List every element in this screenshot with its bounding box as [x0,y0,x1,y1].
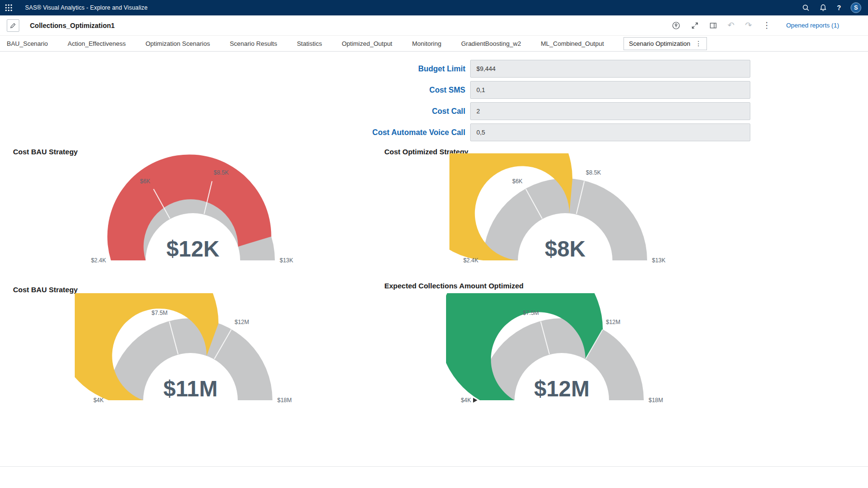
redo-icon[interactable]: ↷ [745,21,752,29]
gauge-marker-icon [473,398,477,403]
notifications-icon[interactable] [819,4,827,12]
prompt-row-cost-sms: Cost SMS [0,81,751,99]
tab-label: Scenario Results [230,40,277,47]
gauge-expected-collections-amount-optimized[interactable]: $7.5M$12M$4K$18M$12M [446,293,678,415]
prompt-label: Cost SMS [0,86,465,95]
tab-label: ML_Combined_Output [541,40,604,47]
gauge-min-label: $2.4K [463,257,478,264]
gauge-cost-optimized-strategy[interactable]: $6K$8.5K$2.4K$13K$8K [449,153,681,275]
gauge-tick-label: $7.5M [151,310,167,316]
cost-automate-voice-call-input[interactable] [470,123,750,141]
tab-label: Action_Effectiveness [68,40,125,47]
report-title: Collections_Optimization1 [30,22,115,29]
prompt-row-cost-automate-voice-call: Cost Automate Voice Call [0,123,751,141]
tab-label: Optimized_Output [342,40,393,47]
report-bar: Collections_Optimization1 ↶ ↷ ⋮ Opened r… [0,15,868,36]
report-actions: ↶ ↷ ⋮ Opened reports (1) [672,21,839,30]
gauge-tick-label: $12M [606,319,621,325]
help-icon[interactable]: ? [837,4,841,12]
gauge-max-label: $13K [652,257,665,264]
gauge-cost-bau-strategy-2[interactable]: $7.5M$12M$4K$18M$11M [75,293,306,415]
gauge-tick-label: $7.5M [523,310,539,316]
canvas-bottom-edge [0,466,868,467]
tab-monitoring[interactable]: Monitoring [412,40,441,47]
layout-icon[interactable] [709,22,717,29]
cost-sms-input[interactable] [470,81,750,99]
tab-menu-icon[interactable]: ⋮ [695,40,702,47]
app-bar: SAS® Visual Analytics - Explore and Visu… [0,0,868,15]
gauge-max-label: $18M [649,397,663,404]
undo-icon[interactable]: ↶ [728,21,734,29]
tab-label: BAU_Scenario [7,40,48,47]
gauge-max-label: $18M [277,397,292,404]
tab-ml-combined-output[interactable]: ML_Combined_Output [541,40,604,47]
app-launcher-icon[interactable] [5,4,13,12]
tab-gradientboosting-w2[interactable]: GradientBoosting_w2 [461,40,521,47]
tab-scenario-optimization[interactable]: Scenario Optimization⋮ [624,37,707,50]
gauge-min-label: $2.4K [91,257,106,264]
tab-label: Scenario Optimization [629,40,690,47]
gauge-tick-label: $8.5K [586,169,601,176]
tab-bau-scenario[interactable]: BAU_Scenario [7,40,48,47]
tab-label: Optimization Scenarios [146,40,210,47]
budget-limit-input[interactable] [470,60,750,78]
chart-title-cost-bau-strategy-2: Cost BAU Strategy [13,285,78,294]
gauge-min-label: $4K [461,397,471,404]
tab-optimized-output[interactable]: Optimized_Output [342,40,393,47]
prompt-label: Cost Call [0,107,465,116]
gauge-value: $11M [163,376,218,401]
gauge-value: $12M [534,376,589,401]
gauge-value: $12K [166,236,219,261]
tab-optimization-scenarios[interactable]: Optimization Scenarios [146,40,210,47]
expand-icon[interactable] [691,22,699,29]
gauge-tick-label: $8.5K [214,169,229,176]
chart-title-expected-collections-amount-optimized: Expected Collections Amount Optimized [384,282,524,290]
tab-scenario-results[interactable]: Scenario Results [230,40,277,47]
gauge-max-label: $13K [280,257,293,264]
tab-action-effectiveness[interactable]: Action_Effectiveness [68,40,125,47]
gauge-cost-bau-strategy-1[interactable]: $6K$8.5K$2.4K$13K$12K [77,153,309,275]
gauge-chart: $6K$8.5K$2.4K$13K$12K [77,153,309,275]
prompt-label: Cost Automate Voice Call [0,128,465,137]
gauge-tick-label: $6K [512,178,522,185]
chart-title-cost-bau-strategy-1: Cost BAU Strategy [13,148,78,156]
tab-statistics[interactable]: Statistics [297,40,322,47]
gauge-chart: $7.5M$12M$4K$18M$11M [75,293,306,415]
prompt-panel: Budget Limit Cost SMS Cost Call Cost Aut… [0,60,751,145]
cost-call-input[interactable] [470,102,750,120]
prompt-row-budget-limit: Budget Limit [0,60,751,78]
edit-report-button[interactable] [7,19,19,32]
gauge-chart: $7.5M$12M$4K$18M$12M [446,293,678,415]
pin-icon[interactable] [672,21,680,30]
gauge-tick-label: $12M [235,319,249,325]
prompt-label: Budget Limit [0,65,465,73]
app-bar-actions: ? S [802,2,861,13]
pencil-icon [10,22,16,29]
tab-bar: BAU_ScenarioAction_EffectivenessOptimiza… [0,36,868,52]
prompt-row-cost-call: Cost Call [0,102,751,120]
more-options-icon[interactable]: ⋮ [762,21,771,29]
gauge-value: $8K [545,236,585,261]
tab-label: GradientBoosting_w2 [461,40,521,47]
app-title: SAS® Visual Analytics - Explore and Visu… [25,4,148,11]
gauge-tick-label: $6K [140,178,150,185]
search-icon[interactable] [802,4,810,12]
gauge-chart: $6K$8.5K$2.4K$13K$8K [449,153,681,275]
gauge-min-label: $4K [94,397,104,404]
tab-label: Monitoring [412,40,441,47]
opened-reports-link[interactable]: Opened reports (1) [786,22,839,29]
tab-label: Statistics [297,40,322,47]
avatar[interactable]: S [851,2,861,13]
